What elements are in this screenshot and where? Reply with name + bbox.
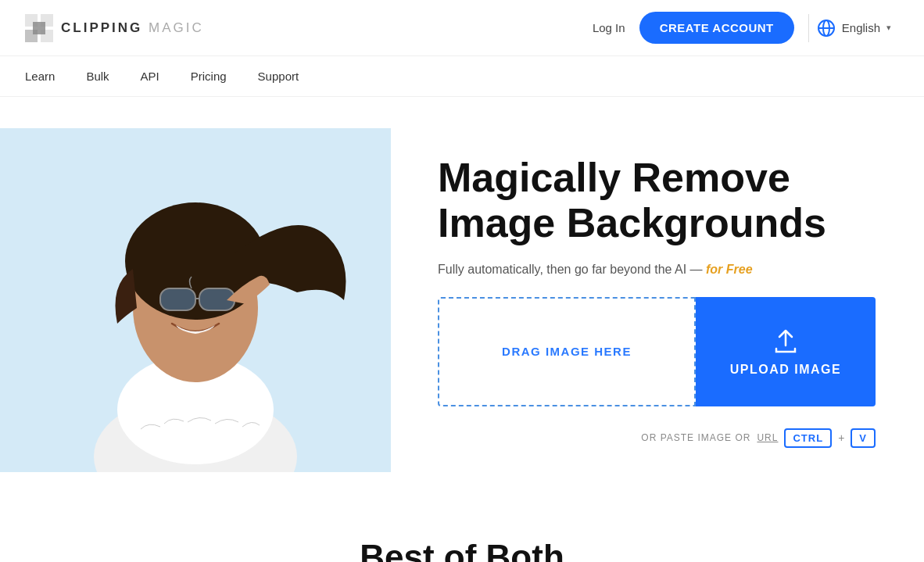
svg-rect-14 — [160, 288, 195, 310]
ctrl-key-badge: CTRL — [784, 428, 832, 448]
drag-zone-label: DRAG IMAGE HERE — [502, 345, 632, 358]
nav-item-pricing[interactable]: Pricing — [191, 70, 227, 83]
chevron-down-icon: ▾ — [886, 23, 891, 33]
paste-row: OR PASTE IMAGE OR URL CTRL + V — [438, 428, 876, 448]
nav-item-learn[interactable]: Learn — [25, 70, 55, 83]
v-key-badge: V — [851, 428, 876, 448]
logo-text: CLIPPING MAGIC — [61, 20, 204, 36]
login-button[interactable]: Log In — [593, 21, 625, 34]
nav-item-api[interactable]: API — [141, 70, 159, 83]
language-selector[interactable]: English ▾ — [808, 14, 899, 42]
hero-image — [0, 128, 391, 475]
svg-rect-4 — [33, 22, 45, 34]
nav-item-support[interactable]: Support — [258, 70, 299, 83]
hero-subtitle: Fully automatically, then go far beyond … — [438, 263, 893, 277]
logo-icon — [25, 14, 53, 42]
paste-or-text: OR PASTE IMAGE OR — [641, 432, 750, 443]
header-actions: Log In CREATE ACCOUNT English ▾ — [593, 12, 899, 44]
plus-separator: + — [838, 431, 844, 444]
globe-icon — [817, 19, 836, 38]
upload-icon — [772, 327, 800, 355]
hero-woman-svg — [0, 128, 391, 472]
bottom-title: Best of Both — [0, 538, 924, 562]
logo[interactable]: CLIPPING MAGIC — [25, 14, 204, 42]
url-link[interactable]: URL — [757, 432, 778, 443]
language-label: English — [842, 21, 880, 34]
create-account-button[interactable]: CREATE ACCOUNT — [639, 12, 794, 44]
header: CLIPPING MAGIC Log In CREATE ACCOUNT Eng… — [0, 0, 924, 56]
drag-drop-zone[interactable]: DRAG IMAGE HERE — [438, 297, 696, 406]
hero-title: Magically Remove Image Backgrounds — [438, 156, 893, 245]
hero-content: Magically Remove Image Backgrounds Fully… — [391, 156, 893, 447]
nav-item-bulk[interactable]: Bulk — [86, 70, 109, 83]
upload-image-button[interactable]: UPLOAD IMAGE — [696, 297, 876, 406]
hero-section: Magically Remove Image Backgrounds Fully… — [0, 97, 924, 507]
upload-area: DRAG IMAGE HERE UPLOAD IMAGE — [438, 297, 876, 406]
main-nav: Learn Bulk API Pricing Support — [0, 56, 924, 97]
upload-button-label: UPLOAD IMAGE — [730, 363, 841, 377]
bottom-section: Best of Both — [0, 507, 924, 562]
